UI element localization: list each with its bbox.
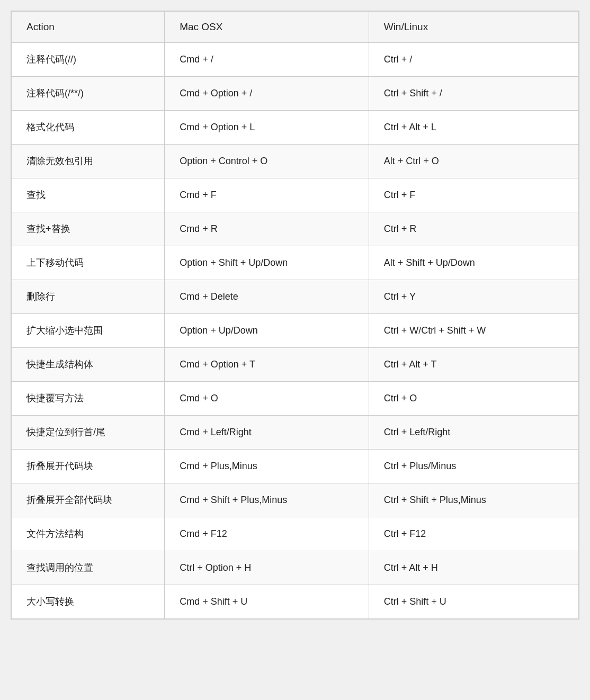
cell-mac: Cmd + Option + T xyxy=(165,348,369,382)
cell-win: Ctrl + / xyxy=(369,43,578,77)
cell-mac: Option + Shift + Up/Down xyxy=(165,246,369,280)
cell-mac: Cmd + Delete xyxy=(165,280,369,314)
table-row: 快捷定位到行首/尾Cmd + Left/RightCtrl + Left/Rig… xyxy=(12,416,579,450)
cell-action: 上下移动代码 xyxy=(12,246,165,280)
cell-action: 快捷定位到行首/尾 xyxy=(12,416,165,450)
shortcut-table: Action Mac OSX Win/Linux 注释代码(//)Cmd + /… xyxy=(11,11,579,619)
cell-mac: Cmd + Option + L xyxy=(165,111,369,145)
table-row: 快捷覆写方法Cmd + OCtrl + O xyxy=(12,382,579,416)
table-row: 折叠展开代码块Cmd + Plus,MinusCtrl + Plus/Minus xyxy=(12,450,579,483)
table-row: 文件方法结构Cmd + F12Ctrl + F12 xyxy=(12,517,579,551)
cell-win: Ctrl + Y xyxy=(369,280,578,314)
cell-win: Ctrl + Shift + U xyxy=(369,585,578,619)
cell-action: 折叠展开全部代码块 xyxy=(12,483,165,517)
cell-action: 大小写转换 xyxy=(12,585,165,619)
cell-mac: Cmd + O xyxy=(165,382,369,416)
table-row: 快捷生成结构体Cmd + Option + TCtrl + Alt + T xyxy=(12,348,579,382)
table-row: 清除无效包引用Option + Control + OAlt + Ctrl + … xyxy=(12,145,579,178)
cell-action: 查找 xyxy=(12,178,165,212)
cell-mac: Option + Up/Down xyxy=(165,314,369,348)
table-row: 上下移动代码Option + Shift + Up/DownAlt + Shif… xyxy=(12,246,579,280)
cell-win: Ctrl + Alt + T xyxy=(369,348,578,382)
cell-mac: Cmd + Left/Right xyxy=(165,416,369,450)
cell-win: Ctrl + Shift + / xyxy=(369,77,578,111)
header-action: Action xyxy=(12,12,165,43)
cell-action: 查找+替换 xyxy=(12,212,165,246)
cell-win: Alt + Ctrl + O xyxy=(369,145,578,178)
table-row: 查找+替换Cmd + RCtrl + R xyxy=(12,212,579,246)
cell-action: 注释代码(//) xyxy=(12,43,165,77)
table-header-row: Action Mac OSX Win/Linux xyxy=(12,12,579,43)
table-row: 注释代码(/**/)Cmd + Option + /Ctrl + Shift +… xyxy=(12,77,579,111)
cell-mac: Option + Control + O xyxy=(165,145,369,178)
cell-win: Ctrl + F xyxy=(369,178,578,212)
cell-action: 注释代码(/**/) xyxy=(12,77,165,111)
cell-win: Ctrl + O xyxy=(369,382,578,416)
table-row: 查找Cmd + FCtrl + F xyxy=(12,178,579,212)
table-row: 折叠展开全部代码块Cmd + Shift + Plus,MinusCtrl + … xyxy=(12,483,579,517)
header-mac: Mac OSX xyxy=(165,12,369,43)
cell-win: Alt + Shift + Up/Down xyxy=(369,246,578,280)
cell-mac: Cmd + Shift + Plus,Minus xyxy=(165,483,369,517)
cell-win: Ctrl + Shift + Plus,Minus xyxy=(369,483,578,517)
cell-action: 格式化代码 xyxy=(12,111,165,145)
cell-action: 快捷生成结构体 xyxy=(12,348,165,382)
table-row: 删除行Cmd + DeleteCtrl + Y xyxy=(12,280,579,314)
table-row: 扩大缩小选中范围Option + Up/DownCtrl + W/Ctrl + … xyxy=(12,314,579,348)
cell-mac: Cmd + Option + / xyxy=(165,77,369,111)
cell-action: 文件方法结构 xyxy=(12,517,165,551)
header-win: Win/Linux xyxy=(369,12,578,43)
cell-action: 折叠展开代码块 xyxy=(12,450,165,483)
table-row: 大小写转换Cmd + Shift + UCtrl + Shift + U xyxy=(12,585,579,619)
cell-win: Ctrl + Plus/Minus xyxy=(369,450,578,483)
shortcut-table-container: Action Mac OSX Win/Linux 注释代码(//)Cmd + /… xyxy=(11,11,579,620)
cell-win: Ctrl + F12 xyxy=(369,517,578,551)
cell-win: Ctrl + Alt + H xyxy=(369,551,578,585)
cell-action: 扩大缩小选中范围 xyxy=(12,314,165,348)
cell-mac: Cmd + F xyxy=(165,178,369,212)
cell-mac: Cmd + R xyxy=(165,212,369,246)
cell-mac: Cmd + / xyxy=(165,43,369,77)
cell-action: 清除无效包引用 xyxy=(12,145,165,178)
cell-win: Ctrl + W/Ctrl + Shift + W xyxy=(369,314,578,348)
cell-win: Ctrl + R xyxy=(369,212,578,246)
cell-action: 删除行 xyxy=(12,280,165,314)
cell-action: 快捷覆写方法 xyxy=(12,382,165,416)
cell-mac: Cmd + Shift + U xyxy=(165,585,369,619)
table-row: 查找调用的位置Ctrl + Option + HCtrl + Alt + H xyxy=(12,551,579,585)
cell-mac: Cmd + Plus,Minus xyxy=(165,450,369,483)
table-row: 格式化代码Cmd + Option + LCtrl + Alt + L xyxy=(12,111,579,145)
table-row: 注释代码(//)Cmd + /Ctrl + / xyxy=(12,43,579,77)
cell-win: Ctrl + Alt + L xyxy=(369,111,578,145)
cell-mac: Ctrl + Option + H xyxy=(165,551,369,585)
cell-mac: Cmd + F12 xyxy=(165,517,369,551)
cell-win: Ctrl + Left/Right xyxy=(369,416,578,450)
cell-action: 查找调用的位置 xyxy=(12,551,165,585)
